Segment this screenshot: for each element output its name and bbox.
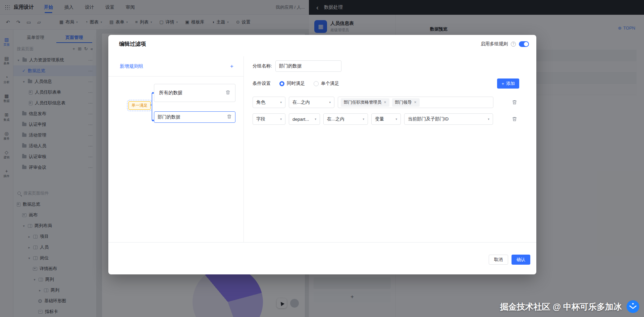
select-value: depart...	[292, 117, 309, 122]
group-name-input[interactable]	[275, 60, 341, 72]
delete-condition-button[interactable]	[511, 115, 518, 123]
select-value: 在...之内	[327, 116, 344, 122]
operator-select[interactable]: 在...之内▾	[323, 113, 368, 125]
rule-groups-pane: 新增规则组 + 单一满足 所有的数据	[108, 56, 244, 242]
add-rule-group-link[interactable]: 新增规则组	[120, 63, 143, 69]
rule-card-label: 所有的数据	[159, 90, 182, 96]
match-mode-badge[interactable]: 单一满足	[128, 101, 151, 110]
rule-card-dept-data[interactable]: 部门的数据	[154, 111, 235, 123]
condition-type-select[interactable]: 字段▾	[253, 113, 285, 125]
radio-label: 单个满足	[321, 81, 339, 87]
select-value: 字段	[256, 116, 265, 122]
select-value: 角色	[256, 99, 265, 105]
group-name-row: 分组名称:	[253, 60, 341, 72]
watermark: 掘金技术社区 @ 中杯可乐多加冰	[500, 300, 639, 313]
add-condition-label: 添加	[506, 81, 515, 87]
modal-title: 编辑过滤项	[119, 41, 146, 48]
chevron-down-icon: ▾	[363, 117, 364, 121]
field-select[interactable]: depart...▾	[289, 113, 320, 125]
rule-tree-canvas: 单一满足 所有的数据 部门的数据	[108, 76, 244, 242]
chevron-down-icon: ▾	[315, 117, 316, 121]
tag-label: 部门领导	[395, 100, 412, 105]
group-name-label: 分组名称:	[253, 63, 272, 69]
delete-condition-button[interactable]	[511, 99, 518, 106]
multi-rule-controls: 启用多组规则 ?	[481, 41, 529, 47]
operator-select[interactable]: 在...之内▾	[289, 97, 334, 108]
cancel-button[interactable]: 取消	[489, 255, 508, 265]
role-tag: 部门任职资格管理员×	[341, 98, 389, 107]
radio-match-all[interactable]: 同时满足	[279, 81, 305, 87]
chevron-down-icon: ▾	[488, 117, 489, 121]
rule-groups-header: 新增规则组 +	[108, 56, 244, 76]
role-tag: 部门领导×	[392, 98, 420, 107]
rule-form-pane: 分组名称: 条件设置 同时满足 单个满足 + 添加 角色▾ 在...之内▾ 部门…	[244, 56, 536, 242]
screen: 应用设计 开始 插入 设计 设置 审阅 我的应用 / 人... ↶ ↷ ▭ ▱ …	[0, 0, 644, 317]
chevron-down-icon: ▾	[280, 117, 282, 121]
radio-label: 同时满足	[287, 81, 305, 87]
juejin-logo	[627, 300, 639, 313]
tag-label: 部门任职资格管理员	[344, 100, 382, 105]
edit-filter-modal: 编辑过滤项 启用多组规则 ? 新增规则组 +	[108, 35, 536, 274]
rule-card-all-data[interactable]: 所有的数据	[154, 84, 235, 102]
condition-row-1: 角色▾ 在...之内▾ 部门任职资格管理员× 部门领导×	[253, 97, 493, 108]
radio-match-any[interactable]: 单个满足	[314, 81, 339, 87]
trash-icon[interactable]	[225, 90, 230, 96]
add-condition-button[interactable]: + 添加	[497, 78, 519, 89]
variable-select[interactable]: 当前部门及子部门ID▾	[404, 113, 493, 125]
help-icon[interactable]: ?	[511, 42, 516, 47]
multi-rule-toggle[interactable]	[519, 41, 529, 47]
watermark-text: 掘金技术社区 @ 中杯可乐多加冰	[500, 301, 622, 312]
modal-footer: 取消 确认	[108, 242, 536, 274]
chevron-down-icon: ▾	[280, 101, 282, 104]
radio-dot	[279, 81, 284, 86]
confirm-button[interactable]: 确认	[512, 255, 530, 265]
plus-icon: +	[501, 81, 504, 86]
select-value: 当前部门及子部门ID	[408, 116, 449, 122]
multi-rule-label: 启用多组规则	[481, 41, 508, 47]
select-value: 在...之内	[292, 99, 310, 105]
modal-body: 新增规则组 + 单一满足 所有的数据	[108, 56, 536, 242]
role-multi-select[interactable]: 部门任职资格管理员× 部门领导×	[338, 97, 493, 108]
radio-dot	[314, 81, 319, 86]
add-rule-group-icon[interactable]: +	[230, 63, 233, 70]
condition-type-select[interactable]: 角色▾	[253, 97, 285, 108]
remove-tag-icon[interactable]: ×	[384, 100, 386, 105]
rule-card-label: 部门的数据	[158, 114, 180, 120]
remove-tag-icon[interactable]: ×	[414, 100, 417, 105]
condition-setting-row: 条件设置 同时满足 单个满足	[253, 81, 339, 87]
chevron-down-icon: ▾	[329, 101, 331, 104]
value-type-select[interactable]: 变量▾	[371, 113, 401, 125]
chevron-down-icon: ▾	[395, 117, 397, 121]
condition-label: 条件设置	[253, 81, 271, 87]
trash-icon[interactable]	[227, 114, 232, 120]
select-value: 变量	[375, 116, 384, 122]
condition-row-2: 字段▾ depart...▾ 在...之内▾ 变量▾ 当前部门及子部门ID▾	[253, 113, 493, 125]
